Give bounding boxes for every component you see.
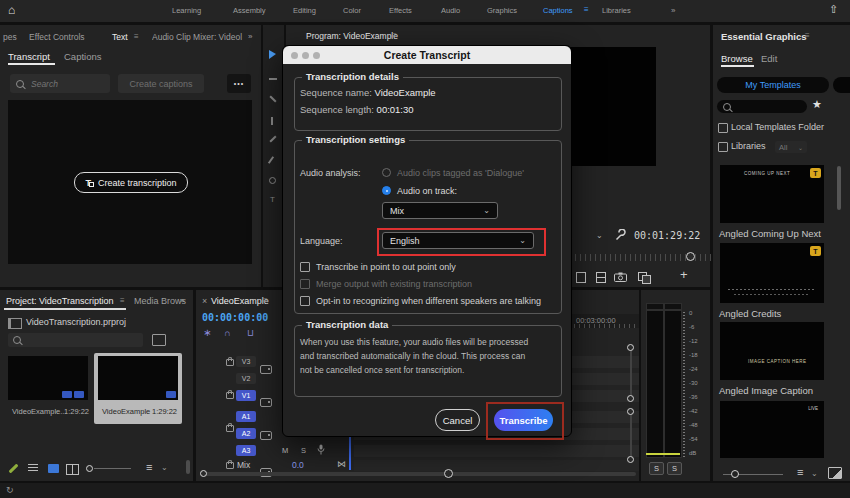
video-slider-handle-top[interactable]	[627, 344, 634, 351]
icon-view-icon[interactable]	[48, 464, 59, 473]
solo-button[interactable]: S	[301, 446, 306, 455]
timeline-tab-close-icon[interactable]: ×	[202, 296, 207, 306]
track-target-a2[interactable]: A2	[236, 428, 256, 439]
transcribe-button[interactable]: Transcribe	[494, 409, 553, 431]
voiceover-mic-icon[interactable]	[317, 444, 325, 455]
window-close-button[interactable]	[291, 52, 298, 59]
mute-button[interactable]: M	[282, 446, 288, 455]
eg-panel-menu-icon[interactable]: ≡	[805, 31, 810, 40]
tab-scopes[interactable]: pes	[3, 32, 17, 42]
template-name-1[interactable]: Angled Coming Up Next	[719, 228, 821, 239]
ripple-edit-tool-icon[interactable]	[269, 95, 276, 102]
window-minimize-button[interactable]	[302, 52, 309, 59]
timeline-scrollbar-handle[interactable]	[444, 469, 453, 478]
subtab-captions[interactable]: Captions	[64, 51, 102, 62]
cancel-button[interactable]: Cancel	[435, 409, 480, 431]
audio-track-height-slider[interactable]	[630, 412, 632, 458]
project-file-name[interactable]: VideoTranscription.prproj	[26, 317, 126, 327]
template-name-2[interactable]: Angled Credits	[719, 308, 781, 319]
track-output-icon-v3[interactable]	[260, 365, 272, 374]
program-scrubber-handle[interactable]	[686, 252, 695, 261]
track-select-tool-icon[interactable]	[269, 78, 277, 80]
tab-effect-controls[interactable]: Effect Controls	[29, 32, 85, 42]
eg-sort-icon[interactable]: ≡	[797, 466, 803, 478]
meter-solo-left-button[interactable]: S	[649, 462, 664, 475]
workspace-learning[interactable]: Learning	[172, 6, 201, 15]
workspace-assembly[interactable]: Assembly	[233, 6, 266, 15]
local-templates-checkbox[interactable]	[718, 123, 728, 133]
video-track-height-slider[interactable]	[630, 348, 632, 398]
project-overflow-icon[interactable]: »	[180, 296, 184, 305]
razor-tool-icon[interactable]	[271, 117, 273, 125]
timeline-scrollbar-left-handle[interactable]	[200, 470, 207, 477]
audio-slider-handle-bottom[interactable]	[627, 456, 634, 463]
track-target-v2[interactable]: V2	[236, 373, 256, 384]
eg-scrollbar[interactable]	[837, 166, 841, 210]
transcript-search-box[interactable]	[10, 74, 110, 93]
track-target-v3[interactable]: V3	[236, 356, 256, 367]
workspace-editing[interactable]: Editing	[293, 6, 316, 15]
snap-ic on[interactable]: ∗	[203, 327, 211, 338]
audio-lane-a3[interactable]	[354, 445, 639, 457]
libraries-filter-dropdown[interactable]: All ⌄	[775, 141, 807, 153]
create-transcription-button[interactable]: T Create transcription	[74, 172, 188, 193]
project-sort-icon[interactable]: ≡	[146, 461, 152, 473]
text-panel-menu-icon[interactable]: ≡	[134, 32, 139, 41]
window-zoom-button[interactable]	[313, 52, 320, 59]
radio-audio-on-track[interactable]	[382, 186, 391, 195]
new-layer-icon[interactable]	[828, 467, 842, 479]
workspace-captions-active[interactable]: Captions	[543, 6, 573, 15]
more-options-button[interactable]: •••	[227, 74, 251, 93]
export-frame-camera-icon[interactable]	[614, 272, 627, 282]
fit-icon[interactable]: ⋈	[337, 459, 346, 469]
radio-dialogue[interactable]	[382, 168, 391, 177]
settings-wrench-icon[interactable]	[614, 229, 626, 241]
extract-button-icon[interactable]	[596, 272, 606, 283]
marker-icon[interactable]: ⊓	[247, 328, 254, 338]
selection-tool-icon[interactable]	[269, 50, 276, 59]
timeline-playhead-timecode[interactable]: 00:00:00:00	[202, 312, 268, 323]
project-search-box[interactable]	[8, 333, 143, 347]
create-captions-button[interactable]: Create captions	[118, 74, 204, 93]
favorites-star-icon[interactable]: ★	[812, 98, 822, 111]
add-button-icon[interactable]: +	[680, 267, 688, 282]
lift-button-icon[interactable]	[576, 272, 586, 283]
program-tab[interactable]: Program: VideoExample	[306, 31, 398, 41]
workspace-color[interactable]: Color	[343, 6, 361, 15]
language-dropdown[interactable]: English ⌄	[382, 232, 534, 249]
home-icon[interactable]: ⌂	[8, 3, 15, 17]
tab-text-active[interactable]: Text	[112, 32, 128, 42]
new-sequence-icon[interactable]	[66, 464, 79, 475]
dialog-title-bar[interactable]: Create Transcript	[283, 46, 571, 64]
subtab-transcript[interactable]: Transcript	[8, 51, 50, 62]
program-panel-menu-icon[interactable]: ≡	[392, 31, 397, 40]
track-target-a1[interactable]: A1	[236, 411, 256, 422]
eg-tab-browse[interactable]: Browse	[721, 53, 753, 64]
media-browser-tab[interactable]: Media Brows	[134, 296, 186, 306]
share-icon[interactable]: ⇧	[829, 3, 838, 16]
search-input[interactable]	[29, 78, 107, 90]
my-templates-button[interactable]: My Templates	[717, 77, 829, 93]
linked-selection-magnet-icon[interactable]: ∩	[224, 328, 230, 338]
workspace-audio[interactable]: Audio	[441, 6, 460, 15]
project-zoom-slider-handle[interactable]	[86, 465, 93, 472]
workspace-libraries[interactable]: Libraries	[602, 6, 631, 15]
adobe-stock-button-partial[interactable]	[833, 77, 850, 93]
meter-solo-right-button[interactable]: S	[667, 462, 682, 475]
timeline-scrollbar-track[interactable]	[200, 472, 636, 476]
template-thumbnail-4[interactable]: LIVE	[720, 401, 824, 458]
timeline-panel-menu-icon[interactable]: ≡	[263, 296, 268, 305]
lock-icon-a1[interactable]	[226, 462, 234, 469]
eg-zoom-slider-handle[interactable]	[731, 470, 739, 478]
lock-icon-v3[interactable]	[226, 359, 234, 366]
track-output-icon-v2[interactable]	[260, 398, 272, 407]
lock-icon-v1[interactable]	[226, 425, 234, 432]
type-tool-strip-icon[interactable]: T	[270, 195, 275, 204]
timeline-tab[interactable]: VideoExample	[211, 296, 269, 306]
track-select-dropdown[interactable]: Mix ⌄	[382, 202, 498, 219]
track-target-a3[interactable]: A3	[236, 445, 256, 456]
sync-status-icon[interactable]: ↻	[6, 485, 14, 495]
project-item-name-selected[interactable]: VideoExample	[102, 407, 150, 416]
project-scrollbar[interactable]	[186, 460, 190, 474]
workspace-graphics[interactable]: Graphics	[487, 6, 517, 15]
